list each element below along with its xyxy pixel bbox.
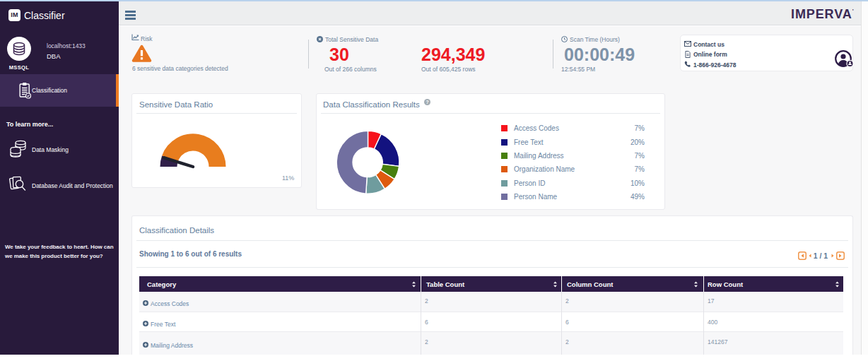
svg-text:1 / 1: 1 / 1 bbox=[814, 251, 828, 260]
